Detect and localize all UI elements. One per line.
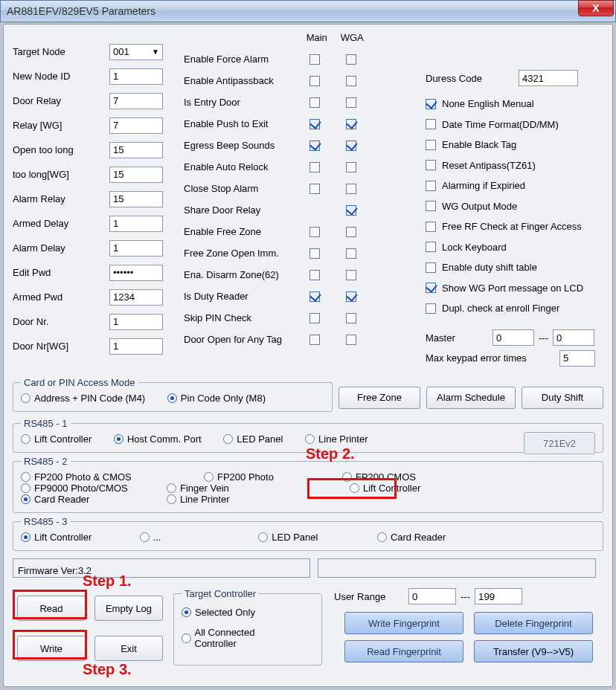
alarm-delay-field[interactable] [109, 240, 163, 257]
rs3-lift[interactable]: Lift Controller [21, 532, 118, 543]
rs2-fp9000[interactable]: FP9000 Photo/CMOS [21, 483, 147, 494]
rs2-fv[interactable]: Finger Vein [167, 483, 330, 494]
right-checkbox[interactable] [426, 283, 436, 293]
relay-wg-field[interactable] [109, 117, 163, 134]
tc-all-connected[interactable]: All Connected Controller [182, 627, 295, 649]
tc-selected-only[interactable]: Selected Only [182, 607, 255, 618]
user-range-from[interactable] [408, 588, 456, 604]
right-option-label: Reset Antipass(TZ61) [442, 160, 536, 171]
rs3-card[interactable]: Card Reader [377, 532, 474, 543]
master-a-field[interactable] [493, 329, 534, 346]
user-range-to[interactable] [475, 588, 522, 604]
right-checkbox[interactable] [426, 303, 436, 314]
main-checkbox[interactable] [309, 291, 320, 302]
main-checkbox[interactable] [309, 248, 320, 259]
main-checkbox[interactable] [309, 313, 320, 323]
main-checkbox[interactable] [309, 335, 320, 345]
rs2-lift[interactable]: Lift Controller [350, 483, 469, 494]
master-b-field[interactable] [553, 329, 594, 346]
wga-checkbox[interactable] [346, 76, 356, 86]
wga-checkbox[interactable] [346, 335, 356, 345]
close-button[interactable]: X [578, 0, 614, 16]
wga-checkbox[interactable] [346, 227, 356, 237]
rs3-dots[interactable]: ... [140, 532, 237, 543]
rs1-line[interactable]: Line Printer [305, 433, 368, 445]
duty-shift-button[interactable]: Duty Shift [522, 387, 603, 409]
right-checkbox[interactable] [426, 160, 436, 170]
door-relay-field[interactable] [109, 93, 163, 109]
checkbox-cell [333, 204, 370, 216]
rs1-lift[interactable]: Lift Controller [21, 433, 92, 445]
read-button[interactable]: Read [17, 596, 86, 621]
target-node-select[interactable]: 001 ▼ [109, 44, 163, 60]
right-checkbox[interactable] [426, 181, 436, 191]
edit-pwd-field[interactable] [109, 265, 163, 281]
main-checkbox[interactable] [309, 119, 320, 129]
exit-button[interactable]: Exit [94, 636, 163, 661]
alarm-relay-field[interactable] [109, 191, 163, 207]
checkbox-cell [297, 161, 333, 173]
empty-log-button[interactable]: Empty Log [94, 596, 163, 621]
right-checkbox[interactable] [426, 262, 436, 273]
delete-fp-button[interactable]: Delete Fingerprint [474, 612, 593, 634]
rs2-fp200pc[interactable]: FP200 Photo & CMOS [21, 471, 185, 483]
legend-access-mode: Card or PIN Access Mode [21, 377, 138, 388]
door-nr-wg-field[interactable] [109, 338, 163, 355]
max-err-field[interactable] [559, 350, 595, 367]
duress-field[interactable] [519, 70, 578, 86]
main-checkbox[interactable] [309, 184, 320, 194]
main-checkbox[interactable] [309, 141, 320, 151]
wga-checkbox[interactable] [346, 54, 356, 65]
right-checkbox[interactable] [426, 222, 436, 232]
right-checkbox[interactable] [426, 99, 436, 109]
wga-checkbox[interactable] [346, 119, 356, 129]
open-too-long-field[interactable] [109, 142, 163, 158]
rs2-line[interactable]: Line Printer [167, 494, 293, 505]
wga-checkbox[interactable] [346, 313, 356, 323]
wga-checkbox[interactable] [346, 248, 356, 259]
rs2-card[interactable]: Card Reader [21, 494, 147, 505]
free-zone-button[interactable]: Free Zone [339, 387, 420, 409]
wga-checkbox[interactable] [346, 291, 356, 302]
rs2-fp200p[interactable]: FP200 Photo [204, 471, 323, 483]
door-nr-field[interactable] [109, 314, 163, 330]
721ev2-button[interactable]: 721Ev2 [524, 432, 595, 454]
radio-address-pin[interactable]: Address + PIN Code (M4) [21, 393, 145, 404]
main-checkbox[interactable] [309, 76, 320, 86]
right-checkbox[interactable] [426, 242, 436, 252]
main-checkbox[interactable] [309, 54, 320, 65]
main-checkbox[interactable] [309, 162, 320, 172]
rs1-host[interactable]: Host Comm. Port [114, 433, 202, 445]
write-fp-button[interactable]: Write Fingerprint [344, 612, 463, 634]
wga-checkbox[interactable] [346, 162, 356, 172]
alarm-schedule-button[interactable]: Alarm Schedule [426, 387, 516, 409]
label-edit-pwd: Edit Pwd [13, 267, 109, 278]
armed-pwd-field[interactable] [109, 289, 163, 306]
new-node-id-field[interactable] [109, 68, 163, 85]
too-long-wg-field[interactable] [109, 167, 163, 183]
wga-checkbox[interactable] [346, 97, 356, 108]
wga-checkbox[interactable] [346, 141, 356, 151]
right-checkbox[interactable] [426, 201, 436, 211]
write-button[interactable]: Write [17, 636, 86, 661]
rs3-led[interactable]: LED Panel [258, 532, 355, 543]
rs2-fp200c[interactable]: FP200 CMOS [342, 471, 469, 483]
read-fp-button[interactable]: Read Fingerprinit [344, 640, 463, 662]
right-checkbox[interactable] [426, 140, 436, 150]
wga-checkbox[interactable] [346, 205, 356, 216]
wga-checkbox[interactable] [346, 184, 356, 194]
mid-row: Enable Push to Exit [184, 113, 370, 135]
right-option-label: Alarming if Expiried [442, 180, 525, 191]
checkbox-cell [297, 312, 333, 324]
main-checkbox[interactable] [309, 97, 320, 108]
legend-rs2: RS485 - 2 [21, 456, 71, 467]
armed-delay-field[interactable] [109, 216, 163, 232]
checkbox-cell [333, 118, 370, 130]
main-checkbox[interactable] [309, 270, 320, 280]
rs1-led[interactable]: LED Panel [223, 433, 283, 445]
wga-checkbox[interactable] [346, 270, 356, 280]
right-checkbox[interactable] [426, 119, 436, 129]
radio-pin-only[interactable]: Pin Code Only (M8) [167, 393, 266, 404]
main-checkbox[interactable] [309, 227, 320, 237]
transfer-button[interactable]: Transfer (V9-->V5) [474, 640, 593, 662]
